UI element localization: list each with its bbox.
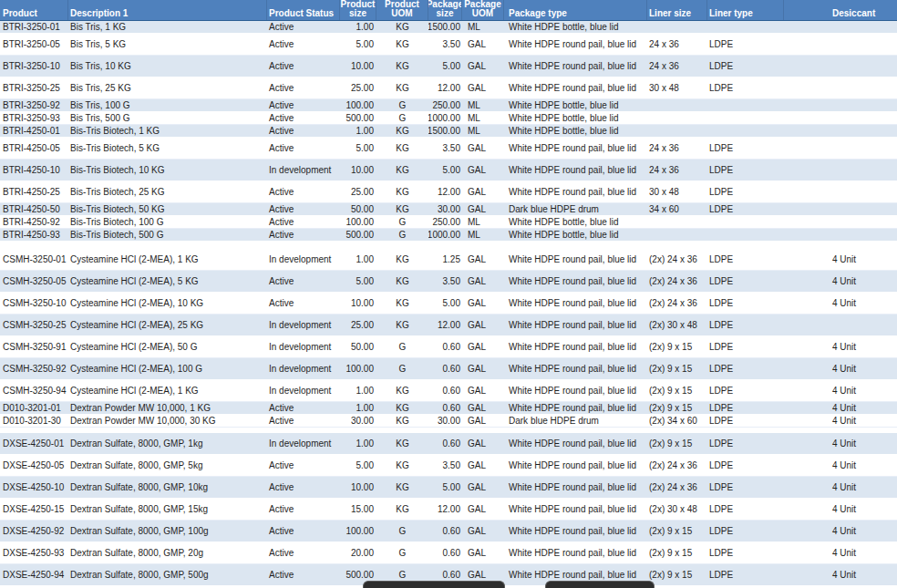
table-row[interactable]: BTRI-3250-10 Bis Tris, 10 KG Active 10.0… [0, 56, 897, 77]
cell-liner-size[interactable]: (2x) 9 x 15 [647, 358, 707, 379]
cell-desiccant[interactable] [784, 203, 897, 215]
cell-product-size[interactable]: 25.00 [340, 181, 376, 202]
cell-description[interactable]: Cysteamine HCl (2-MEA), 50 G [68, 336, 267, 357]
cell-liner-size[interactable] [647, 125, 707, 137]
cell-package-type[interactable]: White HDPE bottle, blue lid [504, 125, 647, 137]
cell-desiccant[interactable] [784, 216, 897, 228]
cell-product[interactable]: BTRI-4250-25 [0, 181, 68, 202]
cell-desiccant[interactable] [784, 77, 897, 98]
cell-liner-type[interactable] [707, 125, 784, 137]
cell-status[interactable]: In development [267, 433, 340, 454]
cell-package-size[interactable]: 250.00 [428, 99, 462, 111]
table-row[interactable]: BTRI-4250-25 Bis-Tris Biotech, 25 KG Act… [0, 181, 897, 203]
cell-package-type[interactable]: Dark blue HDPE drum [504, 415, 647, 427]
cell-status[interactable]: In development [267, 380, 340, 401]
cell-package-type[interactable]: White HDPE round pail, blue lid [504, 477, 647, 498]
cell-liner-type[interactable]: LDPE [707, 358, 784, 379]
table-row[interactable]: BTRI-4250-10 Bis-Tris Biotech, 10 KG In … [0, 160, 897, 181]
cell-product[interactable]: BTRI-3250-01 [0, 21, 68, 33]
cell-package-type[interactable]: White HDPE round pail, blue lid [504, 380, 647, 401]
cell-product-uom[interactable]: G [376, 229, 428, 241]
cell-status[interactable]: Active [267, 125, 340, 137]
cell-package-size[interactable]: 3.50 [428, 455, 462, 476]
cell-liner-type[interactable]: LDPE [707, 455, 784, 476]
cell-product[interactable]: BTRI-3250-05 [0, 34, 68, 55]
cell-desiccant[interactable]: 4 Unit [784, 455, 897, 476]
cell-desiccant[interactable]: 4 Unit [784, 336, 897, 357]
cell-package-type[interactable]: White HDPE round pail, blue lid [504, 336, 647, 357]
cell-status[interactable]: Active [267, 499, 340, 520]
cell-product-size[interactable]: 25.00 [340, 77, 376, 98]
table-row[interactable]: CSMH-3250-01 Cysteamine HCl (2-MEA), 1 K… [0, 249, 897, 271]
cell-product[interactable]: CSMH-3250-91 [0, 336, 68, 357]
cell-product-uom[interactable]: KG [376, 433, 428, 454]
cell-package-type[interactable]: White HDPE round pail, blue lid [504, 521, 647, 542]
cell-product[interactable]: CSMH-3250-94 [0, 380, 68, 401]
cell-liner-size[interactable]: 30 x 48 [647, 77, 707, 98]
cell-liner-type[interactable]: LDPE [707, 293, 784, 314]
cell-package-type[interactable]: White HDPE round pail, blue lid [504, 315, 647, 335]
cell-description[interactable]: Bis Tris, 25 KG [68, 77, 267, 98]
cell-liner-size[interactable]: (2x) 24 x 36 [647, 455, 707, 476]
cell-package-uom[interactable]: ML [462, 99, 504, 111]
cell-liner-type[interactable]: LDPE [707, 402, 784, 414]
column-header-package_type[interactable]: Package type [504, 0, 647, 20]
cell-product-uom[interactable]: KG [376, 380, 428, 401]
cell-package-uom[interactable]: GAL [462, 249, 504, 270]
cell-product[interactable]: CSMH-3250-01 [0, 249, 68, 270]
cell-desiccant[interactable]: 4 Unit [784, 293, 897, 314]
cell-package-size[interactable]: 30.00 [428, 203, 462, 215]
cell-description[interactable]: Dextran Sulfate, 8000, GMP, 100g [68, 521, 267, 542]
cell-package-uom[interactable]: GAL [462, 358, 504, 379]
cell-desiccant[interactable]: 4 Unit [784, 477, 897, 498]
cell-product[interactable]: BTRI-4250-05 [0, 138, 68, 159]
cell-package-uom[interactable]: GAL [462, 181, 504, 202]
table-row[interactable]: BTRI-4250-05 Bis-Tris Biotech, 5 KG Acti… [0, 138, 897, 160]
cell-liner-size[interactable]: 24 x 36 [647, 34, 707, 55]
cell-desiccant[interactable] [784, 160, 897, 181]
cell-product-uom[interactable]: KG [376, 499, 428, 520]
cell-desiccant[interactable]: 4 Unit [784, 433, 897, 454]
cell-package-uom[interactable]: GAL [462, 380, 504, 401]
cell-liner-type[interactable]: LDPE [707, 160, 784, 181]
cell-product-size[interactable]: 500.00 [340, 229, 376, 241]
cell-liner-size[interactable]: (2x) 24 x 36 [647, 293, 707, 314]
cell-package-uom[interactable]: GAL [462, 203, 504, 215]
cell-package-size[interactable]: 12.00 [428, 77, 462, 98]
cell-product[interactable]: D010-3201-30 [0, 415, 68, 427]
cell-product[interactable]: BTRI-4250-93 [0, 229, 68, 241]
cell-status[interactable]: Active [267, 564, 340, 585]
cell-package-size[interactable]: 30.00 [428, 415, 462, 427]
cell-desiccant[interactable] [784, 21, 897, 33]
cell-desiccant[interactable]: 4 Unit [784, 358, 897, 379]
cell-description[interactable]: Dextran Powder MW 10,000, 1 KG [68, 402, 267, 414]
cell-liner-size[interactable]: 34 x 60 [647, 203, 707, 215]
cell-product-size[interactable]: 100.00 [340, 521, 376, 542]
column-header-package_size[interactable]: Packagesize [428, 0, 462, 20]
cell-status[interactable]: Active [267, 99, 340, 111]
cell-package-size[interactable]: 0.60 [428, 402, 462, 414]
cell-product-size[interactable]: 100.00 [340, 216, 376, 228]
cell-liner-type[interactable]: LDPE [707, 34, 784, 55]
cell-product-uom[interactable]: KG [376, 125, 428, 137]
cell-package-type[interactable]: White HDPE round pail, blue lid [504, 542, 647, 563]
cell-product[interactable]: CSMH-3250-25 [0, 315, 68, 335]
cell-liner-size[interactable] [647, 21, 707, 33]
cell-product[interactable]: DXSE-4250-05 [0, 455, 68, 476]
cell-product[interactable]: BTRI-4250-01 [0, 125, 68, 137]
cell-product-size[interactable]: 1.00 [340, 433, 376, 454]
table-row[interactable]: CSMH-3250-91 Cysteamine HCl (2-MEA), 50 … [0, 336, 897, 358]
cell-liner-type[interactable] [707, 112, 784, 124]
cell-description[interactable]: Bis-Tris Biotech, 50 KG [68, 203, 267, 215]
cell-liner-size[interactable]: (2x) 30 x 48 [647, 315, 707, 335]
cell-product-uom[interactable]: KG [376, 271, 428, 292]
cell-description[interactable]: Bis Tris, 100 G [68, 99, 267, 111]
cell-desiccant[interactable] [784, 138, 897, 159]
cell-description[interactable]: Dextran Sulfate, 8000, GMP, 20g [68, 542, 267, 563]
column-header-desiccant[interactable]: Desiccant [784, 0, 897, 20]
cell-liner-size[interactable]: 30 x 48 [647, 181, 707, 202]
cell-package-size[interactable]: 3.50 [428, 138, 462, 159]
cell-package-size[interactable]: 5.00 [428, 56, 462, 77]
cell-liner-type[interactable]: LDPE [707, 521, 784, 542]
cell-desiccant[interactable] [784, 99, 897, 111]
